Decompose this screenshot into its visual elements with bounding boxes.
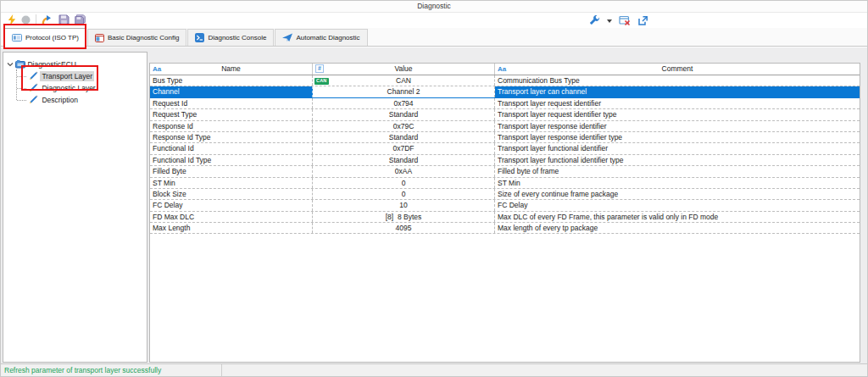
- tree-connector-line: [16, 69, 17, 100]
- tree-item-description[interactable]: Description: [29, 94, 80, 105]
- param-value-cell[interactable]: 0x79C: [313, 121, 495, 131]
- table-row[interactable]: Functional Id0x7DFTransport layer functi…: [150, 143, 860, 154]
- param-name: FD Max DLC: [150, 212, 313, 222]
- param-value-cell[interactable]: Standard: [313, 155, 495, 165]
- param-comment: Communication Bus Type: [495, 75, 860, 86]
- table-row[interactable]: FC Delay10FC Delay: [150, 200, 860, 211]
- table-row[interactable]: FD Max DLC[8] 8 BytesMax DLC of every FD…: [150, 212, 860, 223]
- param-value-cell[interactable]: CANCAN: [313, 75, 495, 86]
- toolbar-separator: [36, 14, 36, 25]
- automatic-tab-icon: [282, 33, 292, 42]
- param-comment: FC Delay: [495, 200, 860, 210]
- param-value-cell[interactable]: Standard: [313, 132, 495, 142]
- param-value: 0x79C: [393, 122, 415, 130]
- tab-basic-diagnostic-config[interactable]: Basic Diagnostic Config: [87, 29, 186, 46]
- param-value-cell[interactable]: 0: [313, 178, 495, 188]
- param-value: [8] 8 Bytes: [386, 213, 422, 221]
- param-comment: Max length of every tp package: [495, 223, 860, 233]
- title-bar: Diagnostic: [1, 1, 867, 13]
- param-value: CAN: [396, 76, 411, 85]
- table-row[interactable]: Block Size0Size of every continue frame …: [150, 189, 860, 200]
- param-comment: Transport layer functional identifier ty…: [495, 155, 860, 165]
- table-row[interactable]: Max Length4095Max length of every tp pac…: [150, 223, 860, 234]
- save-icon[interactable]: [58, 14, 70, 25]
- param-value-cell[interactable]: 4095: [313, 223, 495, 233]
- param-name: ST Min: [150, 178, 313, 188]
- param-name: Response Id: [150, 121, 313, 131]
- param-comment: Max DLC of every FD Frame, this paramete…: [495, 212, 860, 222]
- ecu-tree-panel: DiagnosticECU Transport Layer Diagnostic…: [3, 52, 147, 363]
- tab-bar: Protocol (ISO TP)Basic Diagnostic Config…: [1, 28, 867, 47]
- column-header-value[interactable]: #Value: [313, 64, 495, 75]
- tree-item-label: Transport Layer: [40, 71, 94, 81]
- param-value-cell[interactable]: Standard: [313, 109, 495, 119]
- refresh-icon[interactable]: [42, 14, 53, 25]
- param-value-cell[interactable]: 0x794: [313, 98, 495, 108]
- table-row[interactable]: Request Id0x794Transport layer request i…: [150, 98, 860, 109]
- param-value-cell[interactable]: [8] 8 Bytes: [313, 212, 495, 222]
- tree-item-label: Description: [40, 95, 80, 105]
- column-header-label: Value: [394, 64, 412, 73]
- table-body: Bus TypeCANCANCommunication Bus TypeChan…: [150, 75, 860, 234]
- tab-label: Basic Diagnostic Config: [108, 34, 179, 42]
- param-value-cell[interactable]: 0x7DF: [313, 143, 495, 153]
- tree-item-label: Diagnostic Layer: [40, 83, 97, 93]
- config-tab-icon: [95, 34, 104, 42]
- text-type-icon: Aa: [153, 64, 161, 74]
- save-all-icon[interactable]: [75, 14, 86, 25]
- chevron-down-icon[interactable]: [7, 62, 14, 67]
- tab-diagnostic-console[interactable]: Diagnostic Console: [187, 29, 274, 46]
- parameter-table: AaName#ValueAaComment Bus TypeCANCANComm…: [149, 63, 860, 363]
- param-value: Standard: [389, 133, 419, 141]
- table-row[interactable]: Response Id0x79CTransport layer response…: [150, 121, 860, 132]
- protocol-tab-icon: [12, 34, 22, 42]
- table-header: AaName#ValueAaComment: [150, 64, 860, 75]
- column-header-name[interactable]: AaName: [150, 64, 313, 75]
- column-header-comment[interactable]: AaComment: [495, 64, 860, 75]
- status-message: Refresh parameter of transport layer suc…: [4, 366, 161, 374]
- param-value-cell[interactable]: 0: [313, 189, 495, 199]
- main-content: DiagnosticECU Transport Layer Diagnostic…: [1, 47, 867, 363]
- tree-item-diagnostic-layer[interactable]: Diagnostic Layer: [29, 82, 97, 93]
- window-title: Diagnostic: [417, 2, 451, 10]
- caret-down-icon[interactable]: [607, 19, 612, 23]
- tree-item-transport-layer[interactable]: Transport Layer: [29, 70, 94, 81]
- param-name: Functional Id Type: [150, 155, 313, 165]
- param-name: Request Type: [150, 109, 313, 119]
- tab-protocol[interactable]: Protocol (ISO TP): [4, 28, 86, 47]
- close-window-icon[interactable]: [619, 15, 631, 26]
- record-icon[interactable]: [21, 15, 31, 25]
- wrench-icon[interactable]: [589, 15, 600, 26]
- pencil-icon: [29, 83, 38, 92]
- table-row[interactable]: Request TypeStandardTransport layer requ…: [150, 109, 860, 120]
- column-header-label: Name: [221, 64, 241, 73]
- param-comment: Transport layer request identifier type: [495, 109, 860, 119]
- param-comment: Transport layer can channel: [495, 86, 860, 97]
- tab-label: Protocol (ISO TP): [25, 34, 79, 42]
- param-name: Filled Byte: [150, 166, 313, 176]
- table-row[interactable]: ST Min0ST Min: [150, 178, 860, 189]
- table-row[interactable]: Functional Id TypeStandardTransport laye…: [150, 155, 860, 166]
- param-value: 0: [402, 190, 406, 198]
- param-value-cell[interactable]: 10: [313, 200, 495, 210]
- param-name: Channel: [150, 86, 313, 97]
- param-value: 0: [402, 179, 406, 187]
- tab-automatic-diagnostic[interactable]: Automatic Diagnostic: [275, 29, 367, 46]
- table-row[interactable]: Bus TypeCANCANCommunication Bus Type: [150, 75, 860, 86]
- tab-label: Diagnostic Console: [208, 34, 266, 42]
- param-name: FC Delay: [150, 200, 313, 210]
- diagnostic-window: Diagnostic Protocol (ISO TP)Basic Diagno…: [0, 0, 868, 377]
- param-name: Block Size: [150, 189, 313, 199]
- table-row[interactable]: Filled Byte0xAAFilled byte of frame: [150, 166, 860, 177]
- tree-connector-line: [17, 76, 26, 77]
- tree-item-root[interactable]: DiagnosticECU: [7, 58, 78, 69]
- table-row[interactable]: ChannelChannel 2Transport layer can chan…: [150, 86, 860, 97]
- param-value-cell[interactable]: Channel 2: [313, 86, 495, 97]
- status-bar: Refresh parameter of transport layer suc…: [1, 363, 867, 377]
- lightning-icon[interactable]: [8, 14, 16, 25]
- table-row[interactable]: Response Id TypeStandardTransport layer …: [150, 132, 860, 143]
- param-comment: Transport layer functional identifier: [495, 143, 860, 153]
- external-link-icon[interactable]: [637, 15, 648, 26]
- param-value: 0x794: [393, 99, 413, 108]
- param-value-cell[interactable]: 0xAA: [313, 166, 495, 176]
